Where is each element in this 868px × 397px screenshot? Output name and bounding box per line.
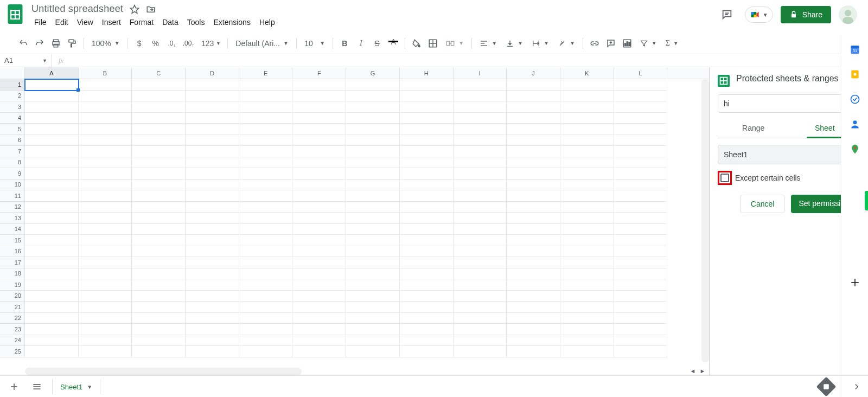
row-header[interactable]: 16 (0, 246, 25, 258)
cell[interactable] (239, 113, 293, 124)
cell[interactable] (507, 91, 560, 102)
cell[interactable] (239, 146, 293, 157)
cell[interactable] (614, 180, 668, 191)
cell[interactable] (560, 279, 614, 291)
cell[interactable] (346, 302, 400, 313)
cell[interactable] (292, 113, 346, 124)
row-header[interactable]: 5 (0, 124, 25, 135)
row-header[interactable]: 18 (0, 268, 25, 280)
share-button[interactable]: Share (781, 6, 831, 23)
cell[interactable] (239, 202, 293, 213)
row-header[interactable]: 9 (0, 168, 25, 180)
cell[interactable] (25, 190, 79, 202)
cell[interactable] (560, 235, 614, 246)
cell[interactable] (239, 224, 293, 235)
cell[interactable] (614, 324, 668, 335)
cell[interactable] (400, 157, 454, 169)
row-header[interactable]: 7 (0, 146, 25, 157)
cell[interactable] (79, 335, 132, 347)
cell[interactable] (400, 202, 454, 213)
cell[interactable] (346, 190, 400, 202)
cell[interactable] (239, 291, 293, 302)
menu-data[interactable]: Data (158, 16, 182, 29)
cell[interactable] (507, 346, 560, 357)
cell[interactable] (454, 279, 507, 291)
functions-combo[interactable]: Σ▼ (662, 39, 682, 48)
cell[interactable] (346, 157, 400, 169)
cell[interactable] (400, 146, 454, 157)
cell[interactable] (186, 291, 239, 302)
row-header[interactable]: 1 (0, 79, 25, 91)
cell[interactable] (400, 224, 454, 235)
cell[interactable] (507, 157, 560, 169)
decrease-decimal-icon[interactable]: .0↓ (165, 36, 179, 50)
cell[interactable] (400, 335, 454, 347)
cell[interactable] (25, 79, 79, 91)
cell[interactable] (239, 157, 293, 169)
cell[interactable] (454, 124, 507, 135)
cell[interactable] (454, 324, 507, 335)
cell[interactable] (186, 313, 239, 324)
description-input[interactable]: hi (718, 94, 860, 113)
cell[interactable] (25, 180, 79, 191)
scroll-right-icon[interactable]: ► (698, 367, 707, 375)
maps-icon[interactable] (849, 143, 861, 155)
cell[interactable] (346, 279, 400, 291)
all-sheets-icon[interactable] (29, 379, 44, 394)
cell[interactable] (400, 302, 454, 313)
cell[interactable] (454, 257, 507, 268)
cell[interactable] (560, 79, 614, 91)
cell[interactable] (454, 180, 507, 191)
cell[interactable] (346, 246, 400, 258)
cell[interactable] (614, 279, 668, 291)
menu-format[interactable]: Format (126, 16, 157, 29)
cell[interactable] (507, 268, 560, 280)
cell[interactable] (560, 202, 614, 213)
link-icon[interactable] (588, 36, 602, 50)
cell[interactable] (292, 313, 346, 324)
cancel-button[interactable]: Cancel (741, 195, 785, 213)
increase-decimal-icon[interactable]: .00↑ (181, 36, 196, 50)
percent-icon[interactable]: % (149, 36, 163, 50)
cell[interactable] (614, 79, 668, 91)
cell[interactable] (614, 157, 668, 169)
hscroll-arrows[interactable]: ◄► (688, 367, 707, 375)
cell[interactable] (507, 235, 560, 246)
cell[interactable] (25, 213, 79, 224)
cell[interactable] (186, 346, 239, 357)
cell[interactable] (346, 268, 400, 280)
menu-insert[interactable]: Insert (98, 16, 125, 29)
cell[interactable] (614, 246, 668, 258)
print-icon[interactable] (49, 36, 63, 50)
row-header[interactable]: 19 (0, 279, 25, 291)
cell[interactable] (239, 190, 293, 202)
row-header[interactable]: 8 (0, 157, 25, 169)
italic-icon[interactable]: I (354, 36, 368, 50)
undo-icon[interactable] (16, 36, 30, 50)
move-folder-icon[interactable] (146, 4, 156, 14)
cell[interactable] (25, 135, 79, 146)
cell[interactable] (560, 302, 614, 313)
cell[interactable] (346, 291, 400, 302)
cell[interactable] (132, 113, 186, 124)
cell[interactable] (25, 124, 79, 135)
cell[interactable] (507, 79, 560, 91)
cell[interactable] (614, 213, 668, 224)
cell[interactable] (346, 135, 400, 146)
cell[interactable] (132, 124, 186, 135)
cell[interactable] (132, 202, 186, 213)
cell[interactable] (507, 101, 560, 113)
cell[interactable] (292, 268, 346, 280)
sheet-select[interactable]: Sheet1 ▼ (718, 145, 860, 164)
caret-down-icon[interactable]: ▼ (87, 384, 92, 390)
show-sidepanel-icon[interactable] (852, 382, 861, 392)
cell[interactable] (614, 224, 668, 235)
add-sheet-icon[interactable] (7, 379, 22, 394)
cell[interactable] (400, 279, 454, 291)
cell[interactable] (614, 235, 668, 246)
cell[interactable] (25, 324, 79, 335)
cell[interactable] (292, 257, 346, 268)
cell[interactable] (239, 246, 293, 258)
cell[interactable] (186, 157, 239, 169)
meet-button[interactable]: ▼ (745, 7, 773, 23)
